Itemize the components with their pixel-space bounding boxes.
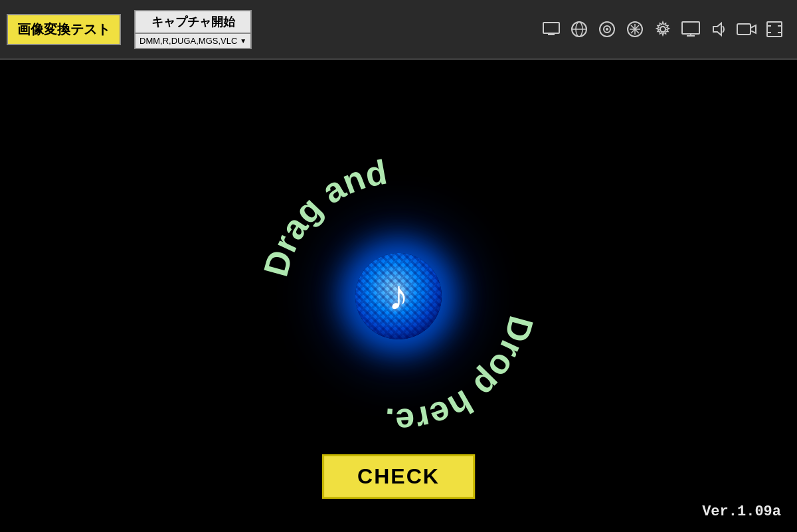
video-camera-icon[interactable] <box>735 17 758 41</box>
center-logo: ♪ <box>355 253 442 339</box>
monitor-icon[interactable] <box>679 17 703 41</box>
screenshot-capture-icon[interactable] <box>762 17 786 41</box>
logo-letter: ♪ <box>389 272 409 319</box>
svg-rect-15 <box>682 22 699 34</box>
dropdown-bar[interactable]: DMM,R,DUGA,MGS,VLC ▼ <box>134 34 252 49</box>
version-text: Ver.1.09a <box>702 503 781 520</box>
svg-point-14 <box>660 27 665 32</box>
volume-icon[interactable] <box>707 17 731 41</box>
capture-button[interactable]: キャプチャ開始 <box>134 10 252 34</box>
svg-rect-21 <box>767 22 782 37</box>
svg-rect-0 <box>543 23 559 33</box>
svg-marker-18 <box>713 23 721 35</box>
svg-rect-19 <box>737 24 751 35</box>
display-icon[interactable] <box>539 17 563 41</box>
chevron-down-icon: ▼ <box>240 37 246 44</box>
settings-icon[interactable] <box>651 17 675 41</box>
toolbar: 画像変換テスト キャプチャ開始 DMM,R,DUGA,MGS,VLC ▼ <box>0 0 797 60</box>
svg-text:Drag and: Drag and <box>256 152 390 280</box>
svg-point-8 <box>606 28 608 31</box>
circular-container: Drag and Drop here. ♪ <box>232 130 565 462</box>
app-title: 画像変換テスト <box>7 14 121 45</box>
dropdown-label: DMM,R,DUGA,MGS,VLC <box>139 36 237 46</box>
gamepad-icon[interactable] <box>623 17 647 41</box>
capture-group: キャプチャ開始 DMM,R,DUGA,MGS,VLC ▼ <box>134 10 252 49</box>
check-button[interactable]: CHECK <box>322 454 475 499</box>
record-icon[interactable] <box>595 17 619 41</box>
network-icon[interactable] <box>567 17 591 41</box>
main-area: Drag and Drop here. ♪ CHECK Ver.1.09a <box>0 60 797 532</box>
toolbar-icons <box>539 17 797 41</box>
svg-marker-20 <box>751 25 756 33</box>
